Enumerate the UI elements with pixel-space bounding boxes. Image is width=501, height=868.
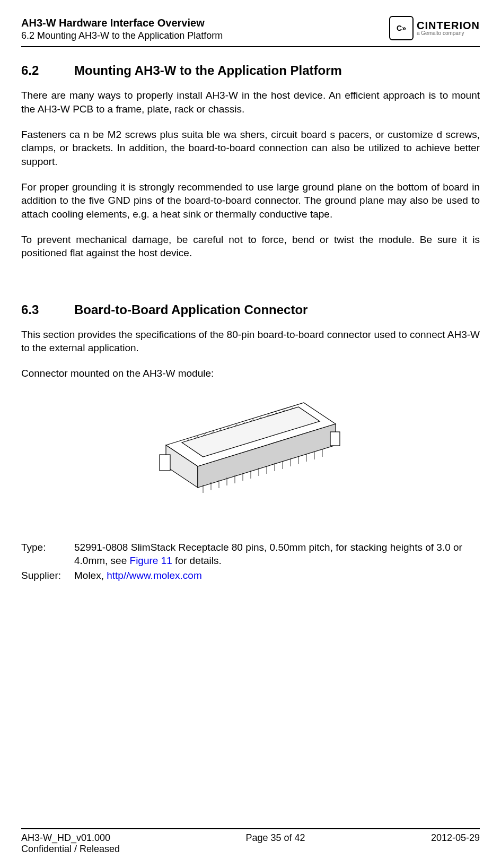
paragraph: To prevent mechanical damage, be careful… [21,233,480,260]
footer-left: AH3-W_HD_v01.000 Confidential / Released [21,832,120,855]
supplier-link[interactable]: http//www.molex.com [107,570,202,581]
header-left: AH3-W Hardware Interface Overview 6.2 Mo… [21,16,389,42]
logo-icon-glyph: C» [397,24,406,32]
doc-subtitle: 6.2 Mounting AH3-W to the Application Pl… [21,30,389,42]
paragraph: Connector mounted on the AH3-W module: [21,367,480,380]
spec-type-label: Type: [21,541,74,568]
section-title: Board-to-Board Application Connector [74,302,307,317]
connector-illustration [145,392,357,519]
brand-logo: C» CINTERION a Gemalto company [389,16,480,40]
connector-figure [21,392,480,519]
page-header: AH3-W Hardware Interface Overview 6.2 Mo… [21,16,480,47]
section-heading-6-3: 6.3 Board-to-Board Application Connector [21,302,480,317]
section-number: 6.2 [21,63,74,78]
section-heading-6-2: 6.2 Mounting AH3-W to the Application Pl… [21,63,480,78]
footer-date: 2012-05-29 [431,832,480,855]
spec-type-value: 52991-0808 SlimStack Receptacle 80 pins,… [74,541,480,568]
section-title: Mounting AH3-W to the Application Platfo… [74,63,342,78]
spec-supplier-row: Supplier: Molex, http//www.molex.com [21,569,480,583]
spec-type-text-post: for details. [172,555,222,566]
spec-supplier-label: Supplier: [21,569,74,583]
logo-brand: CINTERION [417,20,480,31]
logo-icon: C» [389,16,414,40]
paragraph: This section provides the specifications… [21,328,480,355]
spec-type-row: Type: 52991-0808 SlimStack Receptacle 80… [21,541,480,568]
svg-rect-34 [160,455,170,471]
paragraph: There are many ways to properly install … [21,89,480,116]
section-number: 6.3 [21,302,74,317]
logo-tagline: a Gemalto company [417,31,480,36]
paragraph: For proper grounding it is strongly reco… [21,180,480,221]
svg-rect-35 [330,432,340,446]
footer-doc-id: AH3-W_HD_v01.000 [21,832,120,844]
spec-supplier-text-pre: Molex, [74,570,107,581]
logo-text: CINTERION a Gemalto company [417,20,480,36]
footer-confidentiality: Confidential / Released [21,844,120,855]
doc-title: AH3-W Hardware Interface Overview [21,16,389,30]
footer-page: Page 35 of 42 [245,832,305,855]
spec-supplier-value: Molex, http//www.molex.com [74,569,480,583]
figure-link[interactable]: Figure 11 [130,555,172,566]
page-footer: AH3-W_HD_v01.000 Confidential / Released… [21,828,480,855]
paragraph: Fasteners ca n be M2 screws plus suita b… [21,128,480,169]
